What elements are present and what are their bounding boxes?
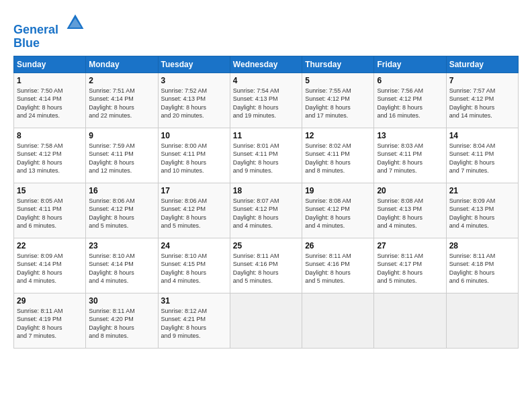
day-info: Sunrise: 8:05 AM Sunset: 4:11 PM Dayligh… bbox=[17, 197, 83, 230]
calendar-cell: 31Sunrise: 8:12 AM Sunset: 4:21 PM Dayli… bbox=[158, 293, 230, 348]
day-info: Sunrise: 8:08 AM Sunset: 4:13 PM Dayligh… bbox=[377, 197, 443, 230]
calendar-cell: 7Sunrise: 7:57 AM Sunset: 4:12 PM Daylig… bbox=[446, 73, 518, 128]
weekday-friday: Friday bbox=[374, 56, 446, 73]
calendar-cell bbox=[446, 293, 518, 348]
day-info: Sunrise: 8:11 AM Sunset: 4:16 PM Dayligh… bbox=[305, 252, 371, 285]
day-info: Sunrise: 8:03 AM Sunset: 4:11 PM Dayligh… bbox=[377, 142, 443, 175]
day-number: 12 bbox=[305, 131, 371, 140]
day-info: Sunrise: 8:09 AM Sunset: 4:14 PM Dayligh… bbox=[17, 252, 83, 285]
day-number: 27 bbox=[377, 241, 443, 250]
day-number: 20 bbox=[377, 186, 443, 195]
calendar-cell bbox=[230, 293, 302, 348]
day-number: 6 bbox=[377, 76, 443, 85]
day-number: 16 bbox=[89, 186, 154, 195]
day-info: Sunrise: 7:51 AM Sunset: 4:14 PM Dayligh… bbox=[89, 87, 154, 120]
calendar-cell bbox=[374, 293, 446, 348]
day-number: 2 bbox=[89, 76, 154, 85]
page-header: General Blue bbox=[13, 12, 519, 50]
calendar-cell: 3Sunrise: 7:52 AM Sunset: 4:13 PM Daylig… bbox=[158, 73, 230, 128]
day-number: 28 bbox=[449, 241, 515, 250]
calendar-cell: 16Sunrise: 8:06 AM Sunset: 4:12 PM Dayli… bbox=[86, 183, 158, 238]
calendar-week-2: 8Sunrise: 7:58 AM Sunset: 4:12 PM Daylig… bbox=[14, 128, 519, 183]
calendar-cell: 24Sunrise: 8:10 AM Sunset: 4:15 PM Dayli… bbox=[158, 238, 230, 293]
day-number: 5 bbox=[305, 76, 371, 85]
calendar-week-3: 15Sunrise: 8:05 AM Sunset: 4:11 PM Dayli… bbox=[14, 183, 519, 238]
calendar-cell: 22Sunrise: 8:09 AM Sunset: 4:14 PM Dayli… bbox=[14, 238, 86, 293]
day-info: Sunrise: 8:01 AM Sunset: 4:11 PM Dayligh… bbox=[233, 142, 299, 175]
logo: General Blue bbox=[13, 12, 86, 50]
calendar-cell: 29Sunrise: 8:11 AM Sunset: 4:19 PM Dayli… bbox=[14, 293, 86, 348]
logo-icon bbox=[64, 12, 86, 34]
day-info: Sunrise: 7:50 AM Sunset: 4:14 PM Dayligh… bbox=[17, 87, 83, 120]
day-number: 26 bbox=[305, 241, 371, 250]
day-number: 14 bbox=[449, 131, 515, 140]
day-info: Sunrise: 8:06 AM Sunset: 4:12 PM Dayligh… bbox=[161, 197, 227, 230]
weekday-thursday: Thursday bbox=[302, 56, 374, 73]
calendar-cell: 21Sunrise: 8:09 AM Sunset: 4:13 PM Dayli… bbox=[446, 183, 518, 238]
calendar-cell: 26Sunrise: 8:11 AM Sunset: 4:16 PM Dayli… bbox=[302, 238, 374, 293]
day-info: Sunrise: 8:11 AM Sunset: 4:17 PM Dayligh… bbox=[377, 252, 443, 285]
day-info: Sunrise: 8:11 AM Sunset: 4:18 PM Dayligh… bbox=[449, 252, 515, 285]
calendar-cell: 1Sunrise: 7:50 AM Sunset: 4:14 PM Daylig… bbox=[14, 73, 86, 128]
calendar-cell: 14Sunrise: 8:04 AM Sunset: 4:11 PM Dayli… bbox=[446, 128, 518, 183]
day-info: Sunrise: 8:10 AM Sunset: 4:15 PM Dayligh… bbox=[161, 252, 227, 285]
day-info: Sunrise: 8:11 AM Sunset: 4:19 PM Dayligh… bbox=[17, 307, 83, 340]
day-info: Sunrise: 8:04 AM Sunset: 4:11 PM Dayligh… bbox=[449, 142, 515, 175]
day-info: Sunrise: 8:00 AM Sunset: 4:11 PM Dayligh… bbox=[161, 142, 227, 175]
day-number: 22 bbox=[17, 241, 83, 250]
day-info: Sunrise: 8:08 AM Sunset: 4:12 PM Dayligh… bbox=[305, 197, 371, 230]
day-number: 24 bbox=[161, 241, 227, 250]
calendar-cell: 20Sunrise: 8:08 AM Sunset: 4:13 PM Dayli… bbox=[374, 183, 446, 238]
calendar-cell: 17Sunrise: 8:06 AM Sunset: 4:12 PM Dayli… bbox=[158, 183, 230, 238]
calendar-cell: 5Sunrise: 7:55 AM Sunset: 4:12 PM Daylig… bbox=[302, 73, 374, 128]
day-info: Sunrise: 8:11 AM Sunset: 4:16 PM Dayligh… bbox=[233, 252, 299, 285]
calendar-cell: 11Sunrise: 8:01 AM Sunset: 4:11 PM Dayli… bbox=[230, 128, 302, 183]
calendar-cell: 12Sunrise: 8:02 AM Sunset: 4:11 PM Dayli… bbox=[302, 128, 374, 183]
day-number: 9 bbox=[89, 131, 154, 140]
day-info: Sunrise: 8:09 AM Sunset: 4:13 PM Dayligh… bbox=[449, 197, 515, 230]
day-number: 29 bbox=[17, 296, 83, 306]
day-info: Sunrise: 7:59 AM Sunset: 4:11 PM Dayligh… bbox=[89, 142, 154, 175]
day-number: 7 bbox=[449, 76, 515, 85]
day-number: 21 bbox=[449, 186, 515, 195]
day-number: 3 bbox=[161, 76, 227, 85]
calendar-cell: 23Sunrise: 8:10 AM Sunset: 4:14 PM Dayli… bbox=[86, 238, 158, 293]
day-info: Sunrise: 8:10 AM Sunset: 4:14 PM Dayligh… bbox=[89, 252, 154, 285]
calendar-table: SundayMondayTuesdayWednesdayThursdayFrid… bbox=[13, 56, 519, 349]
logo-text: General bbox=[13, 12, 86, 37]
calendar-cell: 25Sunrise: 8:11 AM Sunset: 4:16 PM Dayli… bbox=[230, 238, 302, 293]
day-number: 17 bbox=[161, 186, 227, 195]
logo-general: General bbox=[13, 23, 58, 36]
weekday-saturday: Saturday bbox=[446, 56, 518, 73]
day-number: 15 bbox=[17, 186, 83, 195]
calendar-cell: 27Sunrise: 8:11 AM Sunset: 4:17 PM Dayli… bbox=[374, 238, 446, 293]
day-info: Sunrise: 7:52 AM Sunset: 4:13 PM Dayligh… bbox=[161, 87, 227, 120]
day-number: 13 bbox=[377, 131, 443, 140]
calendar-week-1: 1Sunrise: 7:50 AM Sunset: 4:14 PM Daylig… bbox=[14, 73, 519, 128]
day-info: Sunrise: 7:57 AM Sunset: 4:12 PM Dayligh… bbox=[449, 87, 515, 120]
day-number: 18 bbox=[233, 186, 299, 195]
day-number: 25 bbox=[233, 241, 299, 250]
calendar-cell bbox=[302, 293, 374, 348]
day-info: Sunrise: 7:54 AM Sunset: 4:13 PM Dayligh… bbox=[233, 87, 299, 120]
calendar-cell: 4Sunrise: 7:54 AM Sunset: 4:13 PM Daylig… bbox=[230, 73, 302, 128]
calendar-cell: 9Sunrise: 7:59 AM Sunset: 4:11 PM Daylig… bbox=[86, 128, 158, 183]
weekday-wednesday: Wednesday bbox=[230, 56, 302, 73]
calendar-cell: 28Sunrise: 8:11 AM Sunset: 4:18 PM Dayli… bbox=[446, 238, 518, 293]
calendar-cell: 2Sunrise: 7:51 AM Sunset: 4:14 PM Daylig… bbox=[86, 73, 158, 128]
day-info: Sunrise: 7:58 AM Sunset: 4:12 PM Dayligh… bbox=[17, 142, 83, 175]
day-number: 31 bbox=[161, 296, 227, 306]
day-info: Sunrise: 7:55 AM Sunset: 4:12 PM Dayligh… bbox=[305, 87, 371, 120]
weekday-sunday: Sunday bbox=[14, 56, 86, 73]
weekday-monday: Monday bbox=[86, 56, 158, 73]
calendar-cell: 19Sunrise: 8:08 AM Sunset: 4:12 PM Dayli… bbox=[302, 183, 374, 238]
day-info: Sunrise: 7:56 AM Sunset: 4:12 PM Dayligh… bbox=[377, 87, 443, 120]
day-number: 30 bbox=[89, 296, 154, 306]
day-info: Sunrise: 8:02 AM Sunset: 4:11 PM Dayligh… bbox=[305, 142, 371, 175]
day-number: 11 bbox=[233, 131, 299, 140]
day-info: Sunrise: 8:07 AM Sunset: 4:12 PM Dayligh… bbox=[233, 197, 299, 230]
calendar-cell: 15Sunrise: 8:05 AM Sunset: 4:11 PM Dayli… bbox=[14, 183, 86, 238]
calendar-cell: 18Sunrise: 8:07 AM Sunset: 4:12 PM Dayli… bbox=[230, 183, 302, 238]
weekday-tuesday: Tuesday bbox=[158, 56, 230, 73]
day-number: 23 bbox=[89, 241, 154, 250]
